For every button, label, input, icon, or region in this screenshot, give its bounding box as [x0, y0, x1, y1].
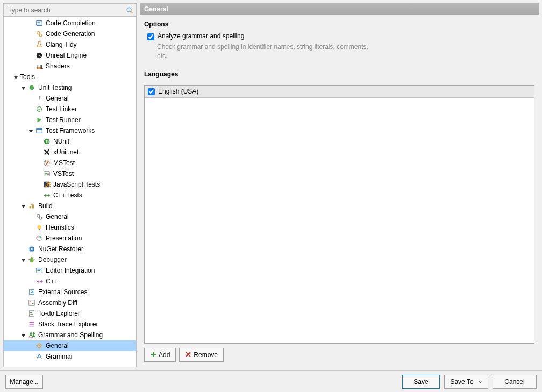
page-title: General: [140, 3, 539, 15]
bulb-icon: [35, 223, 44, 232]
gears-icon: [35, 212, 44, 221]
language-checkbox[interactable]: [148, 88, 155, 95]
tree-item[interactable]: General: [4, 211, 136, 222]
analyze-label: Analyze grammar and spelling: [158, 32, 244, 40]
cancel-button[interactable]: Cancel: [493, 375, 537, 389]
tree-item[interactable]: Grammar: [4, 351, 136, 362]
tree-label: Unit Testing: [38, 84, 72, 91]
svg-rect-57: [30, 324, 34, 325]
tree-item[interactable]: Clang-Tidy: [4, 39, 136, 50]
wrench-icon: [35, 94, 44, 103]
tree-item[interactable]: Unit Testing: [4, 82, 136, 93]
save-button[interactable]: Save: [402, 375, 440, 389]
tree-item[interactable]: Tools: [4, 72, 136, 82]
tree-item[interactable]: Debugger: [4, 254, 136, 265]
tree-item[interactable]: Heuristics: [4, 222, 136, 233]
tree-item[interactable]: NuGet Restorer: [4, 244, 136, 254]
analyze-checkbox[interactable]: [147, 33, 154, 40]
tree-caret-icon[interactable]: [28, 128, 34, 133]
add-button[interactable]: Add: [144, 348, 176, 362]
vstest-icon: [42, 169, 51, 178]
svg-rect-29: [30, 206, 32, 208]
svg-point-61: [39, 345, 40, 347]
code-completion-icon: [35, 19, 44, 27]
svg-rect-24: [47, 173, 49, 173]
svg-point-5: [37, 32, 40, 34]
tree-item[interactable]: General: [4, 340, 136, 351]
tree-label: NUnit: [53, 138, 69, 145]
tree-item[interactable]: Build: [4, 201, 136, 211]
tree-item[interactable]: External Sources: [4, 287, 136, 297]
manage-button[interactable]: Manage...: [5, 375, 43, 389]
svg-point-20: [45, 161, 46, 162]
svg-text:++: ++: [44, 192, 50, 198]
tree-label: Assembly Diff: [38, 299, 77, 307]
tree-item[interactable]: To-do Explorer: [4, 308, 136, 319]
tree-label: Test Linker: [46, 105, 77, 113]
tree-item[interactable]: Test Frameworks: [4, 125, 136, 136]
tree-caret-icon[interactable]: [21, 203, 26, 209]
search-icon[interactable]: [125, 6, 134, 15]
tree-item[interactable]: HLSLShaders: [4, 61, 136, 72]
language-row[interactable]: English (USA): [145, 86, 534, 98]
tree-item[interactable]: Unreal Engine: [4, 50, 136, 61]
unreal-icon: [35, 51, 44, 60]
mstest-icon: [42, 159, 51, 167]
tree-label: NuGet Restorer: [38, 245, 83, 253]
svg-point-34: [38, 225, 41, 229]
tree-item[interactable]: ++C++ Tests: [4, 190, 136, 201]
tree-item[interactable]: AbGrammar and Spelling: [4, 330, 136, 340]
tree-item[interactable]: Stack Trace Explorer: [4, 319, 136, 330]
svg-rect-54: [30, 311, 34, 317]
analyze-description: Check grammar and spelling in identifier…: [144, 42, 370, 61]
tree-item[interactable]: Presentation: [4, 233, 136, 244]
svg-rect-55: [30, 314, 33, 315]
tree-item[interactable]: nNUnit: [4, 136, 136, 147]
remove-button[interactable]: Remove: [179, 348, 224, 362]
tree-item[interactable]: VSTest: [4, 168, 136, 179]
svg-rect-4: [38, 24, 41, 24]
tree-item[interactable]: Assembly Diff: [4, 297, 136, 308]
tree-label: Test Runner: [46, 116, 81, 124]
tree-label: Grammar: [46, 353, 73, 360]
tree-label: To-do Explorer: [38, 310, 80, 317]
search-input[interactable]: [6, 4, 125, 16]
tree-item[interactable]: Code Generation: [4, 28, 136, 39]
tree-item[interactable]: Test Runner: [4, 115, 136, 125]
window-icon: [35, 126, 44, 135]
svg-rect-14: [37, 129, 42, 130]
tree-caret-icon[interactable]: [13, 74, 19, 80]
footer-bar: Manage... Save Save To Cancel: [0, 370, 542, 392]
run-green-icon: [35, 116, 44, 124]
tree-item[interactable]: xUnit.net: [4, 147, 136, 158]
tree-caret-icon[interactable]: [21, 332, 26, 338]
tree-caret-icon[interactable]: [21, 257, 26, 262]
languages-list: English (USA): [144, 85, 534, 344]
tree-item[interactable]: ++C++: [4, 276, 136, 287]
tree-label: Presentation: [46, 234, 82, 242]
svg-line-44: [28, 259, 30, 260]
svg-rect-25: [47, 174, 49, 175]
tree-item[interactable]: Test Linker: [4, 104, 136, 115]
svg-rect-35: [39, 229, 40, 230]
options-header: Options: [144, 20, 534, 28]
tree-label: Tools: [20, 73, 35, 81]
palette-icon: [35, 234, 44, 243]
tree-caret-icon[interactable]: [21, 85, 26, 90]
tree-label: Shaders: [46, 62, 70, 70]
tree-item[interactable]: Editor Integration: [4, 265, 136, 276]
svg-rect-7: [38, 42, 40, 42]
tree-label: Unreal Engine: [46, 52, 87, 59]
tree-label: Debugger: [38, 256, 67, 263]
tree-item[interactable]: General: [4, 93, 136, 104]
svg-rect-56: [30, 322, 34, 323]
code-generation-icon: [35, 30, 44, 38]
search-row: [4, 4, 136, 17]
tree-item[interactable]: JSJavaScript Tests: [4, 179, 136, 190]
save-to-button[interactable]: Save To: [444, 375, 488, 389]
tree-item[interactable]: MSTest: [4, 158, 136, 168]
settings-tree[interactable]: Code CompletionCode GenerationClang-Tidy…: [4, 17, 136, 367]
tree-label: JavaScript Tests: [53, 181, 100, 188]
svg-point-32: [37, 215, 40, 217]
tree-item[interactable]: Code Completion: [4, 18, 136, 28]
